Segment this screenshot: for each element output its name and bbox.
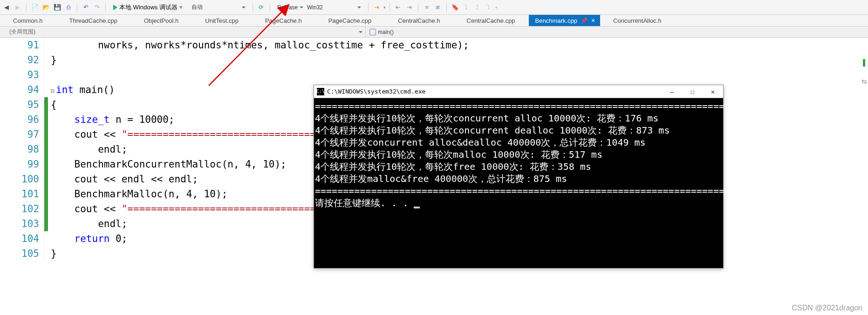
line-number: 91	[0, 38, 44, 53]
change-marker	[44, 112, 48, 127]
play-icon	[113, 5, 117, 10]
tab-unittest-cpp[interactable]: UnitTest.cpp	[192, 15, 252, 26]
tab-threadcache-cpp[interactable]: ThreadCache.cpp	[56, 15, 131, 26]
change-marker	[44, 216, 48, 231]
save-icon[interactable]: 💾	[53, 3, 62, 12]
console-title-text: C:\WINDOWS\system32\cmd.exe	[327, 88, 425, 95]
tab-benchmark-cpp[interactable]: Benchmark.cpp📌×	[529, 15, 601, 26]
line-number: 100	[0, 172, 44, 187]
uncomment-icon[interactable]: ≢	[433, 3, 443, 12]
build-config-value: Release	[277, 4, 298, 11]
platform-dropdown[interactable]: Win32	[304, 3, 364, 12]
line-number: 102	[0, 201, 44, 216]
line-number: 96	[0, 112, 44, 127]
platform-value: Win32	[307, 4, 323, 11]
nav-forward-icon[interactable]: ▶	[13, 3, 22, 12]
change-marker	[44, 231, 48, 246]
close-button[interactable]: ✕	[703, 86, 723, 98]
tab-concurrentalloc-h[interactable]: ConcurrentAlloc.h	[600, 15, 675, 26]
change-marker	[44, 82, 48, 97]
split-editor-icon[interactable]: ⇆	[861, 78, 867, 85]
step-icon-1[interactable]: ⇥	[372, 3, 382, 12]
change-marker	[44, 201, 48, 216]
new-file-icon[interactable]: 📄	[30, 3, 40, 12]
code-text: BenchmarkConcurrentMalloc(n, 4, 10);	[48, 157, 287, 172]
line-number: 98	[0, 142, 44, 157]
code-text: return 0;	[48, 231, 127, 246]
code-line[interactable]: 93	[0, 67, 868, 82]
line-number: 105	[0, 246, 44, 261]
main-toolbar: ◀ ▶ 📄 📂 💾 ⎙ ↶ ↷ 本地 Windows 调试器 ▾ 自动 ⟳ Re…	[0, 0, 868, 15]
build-config-dropdown[interactable]: Release	[274, 3, 302, 12]
start-debug-button[interactable]: 本地 Windows 调试器 ▾	[109, 2, 186, 13]
collapse-toggle-icon[interactable]: ⊟	[49, 83, 56, 98]
line-number: 104	[0, 231, 44, 246]
scope-dropdown-right[interactable]: main()	[366, 29, 394, 35]
console-window: C:\ C:\WINDOWS\system32\cmd.exe — ☐ ✕ ==…	[314, 85, 724, 268]
tab-objectpool-h[interactable]: ObjectPool.h	[131, 15, 192, 26]
indent-icon[interactable]: ⇤	[394, 3, 403, 12]
code-text: {	[48, 97, 57, 112]
outdent-icon[interactable]: ⇥	[405, 3, 414, 12]
debugger-label: 本地 Windows 调试器	[119, 3, 178, 12]
line-number: 101	[0, 187, 44, 201]
code-text: ⊟int main()	[48, 82, 115, 97]
function-icon	[369, 29, 376, 35]
config-auto-dropdown[interactable]: 自动	[188, 2, 249, 13]
change-marker	[44, 67, 48, 82]
change-marker	[44, 53, 48, 67]
line-number: 103	[0, 216, 44, 231]
undo-icon[interactable]: ↶	[81, 3, 90, 12]
code-text: }	[48, 53, 57, 67]
code-line[interactable]: 91 nworks, nworks*rounds*ntimes, malloc_…	[0, 38, 868, 53]
line-number: 99	[0, 157, 44, 172]
scope-dropdown-left[interactable]: (全局范围)	[0, 27, 366, 37]
config-auto-value: 自动	[191, 3, 203, 11]
cmd-icon: C:\	[317, 88, 324, 95]
tab-centralcache-cpp[interactable]: CentralCache.cpp	[454, 15, 529, 26]
code-text: endl;	[48, 216, 127, 231]
code-text: }	[48, 246, 57, 261]
redo-icon[interactable]: ↷	[92, 3, 102, 12]
bookmark-nav1-icon[interactable]: ⤵	[462, 3, 471, 12]
comment-icon[interactable]: ≡	[422, 3, 431, 12]
code-text: BenchmarkMalloc(n, 4, 10);	[48, 187, 227, 201]
console-titlebar[interactable]: C:\ C:\WINDOWS\system32\cmd.exe — ☐ ✕	[314, 85, 723, 98]
code-text: size_t n = 10000;	[48, 112, 175, 127]
change-marker	[44, 38, 48, 53]
bookmark-nav2-icon[interactable]: ⤴	[473, 3, 482, 12]
change-marker	[44, 246, 48, 261]
tab-common-h[interactable]: Common.h	[0, 15, 56, 26]
nav-back-icon[interactable]: ◀	[2, 3, 11, 12]
maximize-button[interactable]: ☐	[682, 86, 703, 98]
line-number: 97	[0, 127, 44, 142]
file-tabs: Common.hThreadCache.cppObjectPool.hUnitT…	[0, 15, 868, 27]
change-marker	[44, 172, 48, 187]
code-text: endl;	[48, 142, 127, 157]
line-number: 92	[0, 53, 44, 67]
code-text	[48, 67, 51, 82]
change-marker	[44, 142, 48, 157]
tab-centralcache-h[interactable]: CentralCache.h	[385, 15, 453, 26]
change-marker	[44, 97, 48, 112]
line-number: 95	[0, 97, 44, 112]
watermark: CSDN @2021dragon	[792, 304, 862, 312]
scope-bar: (全局范围) main()	[0, 27, 868, 38]
change-marker	[44, 127, 48, 142]
code-text: nworks, nworks*rounds*ntimes, malloc_cos…	[48, 38, 469, 53]
console-output: ========================================…	[314, 98, 723, 211]
bookmark-nav3-icon[interactable]: ⤵	[484, 3, 493, 12]
code-text: cout << endl << endl;	[48, 172, 198, 187]
open-icon[interactable]: 📂	[41, 3, 51, 12]
tab-pagecache-h[interactable]: PageCache.h	[252, 15, 315, 26]
change-marker	[44, 187, 48, 201]
tab-pagecache-cpp[interactable]: PageCache.cpp	[315, 15, 385, 26]
bookmark-icon[interactable]: 🔖	[451, 3, 460, 12]
refresh-icon[interactable]: ⟳	[257, 3, 266, 12]
code-line[interactable]: 92}	[0, 53, 868, 67]
minimize-button[interactable]: —	[662, 86, 682, 98]
close-tab-icon[interactable]: ×	[591, 17, 595, 24]
pin-icon[interactable]: 📌	[581, 18, 588, 24]
line-number: 93	[0, 67, 44, 82]
save-all-icon[interactable]: ⎙	[64, 3, 73, 12]
